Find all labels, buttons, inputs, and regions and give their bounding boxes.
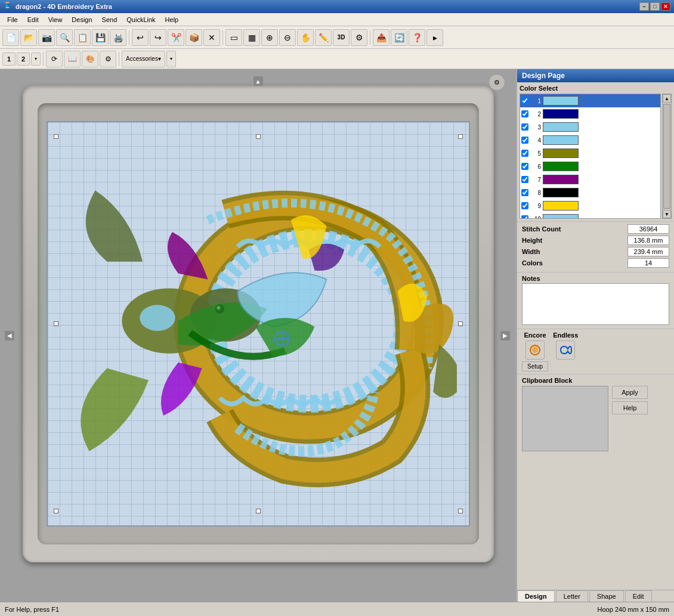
color-row-10[interactable]: 10	[520, 212, 660, 219]
endless-icon[interactable]	[556, 340, 575, 360]
hoop-corner-btn[interactable]: ⚙	[489, 74, 505, 91]
tab-edit[interactable]: Edit	[625, 590, 652, 602]
minimize-button[interactable]: −	[639, 2, 649, 11]
color-checkbox-1[interactable]	[521, 97, 528, 104]
help2-button[interactable]: ❓	[409, 29, 425, 46]
help-button[interactable]: Help	[612, 401, 648, 414]
color-checkbox-3[interactable]	[521, 123, 528, 131]
send-button[interactable]: 📤	[373, 29, 389, 46]
notes-label: Notes	[522, 275, 669, 282]
menu-edit[interactable]: Edit	[23, 15, 44, 24]
sel-handle-mr	[458, 321, 463, 326]
scroll-down[interactable]: ▼	[663, 210, 671, 218]
restore-button[interactable]: □	[650, 2, 660, 11]
num1-button[interactable]: 1	[2, 52, 16, 66]
color-row-8[interactable]: 8	[520, 186, 660, 199]
window-controls: − □ ✕	[639, 2, 670, 11]
copy-button[interactable]: 📋	[74, 29, 91, 46]
encore-icon[interactable]	[525, 340, 545, 360]
new-button[interactable]: 📄	[2, 29, 19, 46]
color-list[interactable]: 1 2 3 4	[520, 94, 661, 219]
3d-button[interactable]: 3D	[333, 29, 350, 46]
close-button[interactable]: ✕	[661, 2, 670, 11]
tb2-btn1[interactable]: ⟳	[46, 51, 63, 67]
menu-view[interactable]: View	[44, 15, 67, 24]
menubar: File Edit View Design Send QuickLink Hel…	[0, 13, 674, 26]
color-checkbox-8[interactable]	[521, 189, 528, 196]
menu-file[interactable]: File	[2, 15, 23, 24]
paste-button[interactable]: 📦	[185, 29, 202, 46]
app-icon: 🧵	[4, 2, 13, 11]
pencil-button[interactable]: ✏️	[315, 29, 332, 46]
nav-down-top[interactable]: ▲	[253, 76, 263, 86]
color-checkbox-10[interactable]	[521, 215, 528, 219]
tb2-arrow[interactable]: ▾	[31, 52, 41, 66]
scroll-up[interactable]: ▲	[663, 94, 671, 103]
color-row-6[interactable]: 6	[520, 160, 660, 173]
delete-button[interactable]: ✕	[203, 29, 220, 46]
menu-send[interactable]: Send	[97, 15, 122, 24]
print-button[interactable]: 🖨️	[110, 29, 126, 46]
undo-button[interactable]: ↩	[132, 29, 149, 46]
cut-button[interactable]: ✂️	[168, 29, 184, 46]
menu-quicklink[interactable]: QuickLink	[122, 15, 160, 24]
color-row-5[interactable]: 5	[520, 147, 660, 160]
color-checkbox-2[interactable]	[521, 110, 528, 117]
zoom-out-button[interactable]: ⊖	[279, 29, 296, 46]
color-scrollbar[interactable]: ▲ ▼	[662, 94, 672, 219]
accessories-button[interactable]: Accessories ▾	[122, 51, 165, 67]
tab-shape[interactable]: Shape	[589, 590, 624, 602]
tb2-btn2[interactable]: 📖	[64, 51, 81, 67]
open-button[interactable]: 📂	[20, 29, 37, 46]
num2-button[interactable]: 2	[17, 52, 30, 66]
tb2-btn3[interactable]: 🎨	[82, 51, 98, 67]
color-row-7[interactable]: 7	[520, 173, 660, 186]
color-checkbox-5[interactable]	[521, 150, 528, 157]
clipboard-preview	[522, 386, 608, 451]
settings-button[interactable]: ⚙	[351, 29, 367, 46]
notes-textarea[interactable]	[522, 283, 669, 325]
redo-button[interactable]: ↪	[150, 29, 166, 46]
color-row-3[interactable]: 3	[520, 120, 660, 134]
color-checkbox-6[interactable]	[521, 163, 528, 170]
nav-right[interactable]: ▶	[500, 331, 510, 340]
color-swatch-9	[543, 201, 579, 211]
save-button[interactable]: 💾	[92, 29, 109, 46]
hand-button[interactable]: ✋	[297, 29, 314, 46]
color-checkbox-4[interactable]	[521, 137, 528, 144]
color-row-4[interactable]: 4	[520, 134, 660, 147]
color-row-9[interactable]: 9	[520, 199, 660, 212]
notes-panel: Notes	[517, 272, 674, 329]
grid-button[interactable]: ▦	[243, 29, 260, 46]
color-row-1[interactable]: 1	[520, 94, 660, 107]
setup-button[interactable]: Setup	[522, 361, 548, 372]
more-button[interactable]: ▸	[426, 29, 443, 46]
accessories-more[interactable]: ▾	[166, 51, 176, 67]
search-button[interactable]: 🔍	[56, 29, 73, 46]
tb2-btn4[interactable]: ⚙	[100, 51, 116, 67]
status-left: For Help, press F1	[5, 606, 59, 613]
hoop-container	[9, 81, 507, 566]
menu-design[interactable]: Design	[67, 15, 97, 24]
tab-letter[interactable]: Letter	[556, 590, 588, 602]
color-row-2[interactable]: 2	[520, 107, 660, 120]
apply-button[interactable]: Apply	[612, 386, 648, 399]
color-swatch-4	[543, 135, 579, 145]
rect-button[interactable]: ▭	[225, 29, 242, 46]
color-checkbox-9[interactable]	[521, 202, 528, 209]
canvas-area[interactable]: ◀ ▶ ▲ ⚙	[0, 69, 516, 602]
scroll-thumb[interactable]	[663, 104, 670, 209]
separator-1	[129, 30, 129, 45]
zoom-in-button[interactable]: ⊕	[261, 29, 278, 46]
capture-button[interactable]: 📷	[38, 29, 55, 46]
sel-handle-ml	[54, 321, 58, 326]
design-area[interactable]	[47, 121, 470, 527]
tab-design[interactable]: Design	[517, 590, 555, 602]
color-checkbox-7[interactable]	[521, 176, 528, 183]
width-label: Width	[522, 248, 540, 255]
menu-help[interactable]: Help	[160, 15, 184, 24]
encore-label: Encore	[524, 332, 546, 339]
nav-up[interactable]: ◀	[5, 331, 14, 340]
color-select-label: Color Select	[520, 85, 672, 92]
rotate-button[interactable]: 🔄	[391, 29, 407, 46]
